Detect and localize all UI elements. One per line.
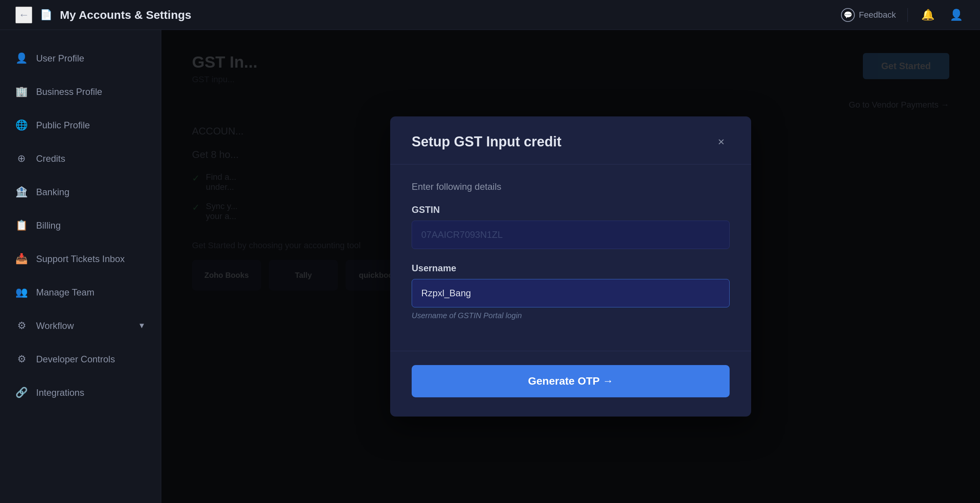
credits-icon: ⊕: [15, 153, 28, 164]
notification-button[interactable]: 🔔: [919, 7, 936, 23]
sidebar-label-banking: Banking: [36, 187, 70, 198]
sidebar: 👤 User Profile 🏢 Business Profile 🌐 Publ…: [0, 30, 161, 503]
sidebar-item-business-profile[interactable]: 🏢 Business Profile: [0, 75, 161, 108]
gstin-label: GSTIN: [412, 204, 730, 215]
bell-icon: 🔔: [921, 8, 935, 21]
modal-title: Setup GST Input credit: [412, 134, 561, 150]
user-profile-icon: 👤: [15, 52, 28, 64]
sidebar-item-workflow[interactable]: ⚙ Workflow ▼: [0, 309, 161, 342]
manage-team-icon: 👥: [15, 286, 28, 298]
modal-header: Setup GST Input credit ×: [390, 116, 751, 164]
sidebar-label-support-tickets: Support Tickets Inbox: [36, 254, 125, 264]
sidebar-item-manage-team[interactable]: 👥 Manage Team: [0, 276, 161, 309]
user-menu-button[interactable]: 👤: [948, 7, 965, 23]
sidebar-label-manage-team: Manage Team: [36, 287, 94, 298]
sidebar-item-public-profile[interactable]: 🌐 Public Profile: [0, 108, 161, 142]
back-icon: ←: [18, 9, 29, 21]
username-label: Username: [412, 263, 730, 274]
setup-gst-modal: Setup GST Input credit × Enter following…: [390, 116, 751, 417]
modal-footer: Generate OTP →: [390, 351, 751, 417]
sidebar-item-billing[interactable]: 📋 Billing: [0, 209, 161, 242]
workflow-icon: ⚙: [15, 320, 28, 332]
feedback-button[interactable]: 💬 Feedback: [841, 8, 896, 22]
username-input[interactable]: [412, 279, 730, 307]
support-tickets-icon: 📥: [15, 253, 28, 265]
sidebar-label-billing: Billing: [36, 220, 61, 231]
sidebar-item-user-profile[interactable]: 👤 User Profile: [0, 42, 161, 75]
modal-overlay: Setup GST Input credit × Enter following…: [161, 30, 980, 503]
gstin-input[interactable]: [412, 221, 730, 249]
sidebar-item-developer-controls[interactable]: ⚙ Developer Controls: [0, 342, 161, 376]
top-navigation: ← 📄 My Accounts & Settings 💬 Feedback 🔔 …: [0, 0, 980, 30]
developer-controls-icon: ⚙: [15, 353, 28, 365]
generate-otp-button[interactable]: Generate OTP →: [412, 365, 730, 397]
sidebar-label-workflow: Workflow: [36, 320, 74, 331]
sidebar-item-integrations[interactable]: 🔗 Integrations: [0, 376, 161, 409]
business-profile-icon: 🏢: [15, 86, 28, 98]
billing-icon: 📋: [15, 219, 28, 231]
sidebar-label-user-profile: User Profile: [36, 53, 84, 64]
layout: 👤 User Profile 🏢 Business Profile 🌐 Publ…: [0, 30, 980, 503]
username-form-group: Username Username of GSTIN Portal login: [412, 263, 730, 320]
gstin-form-group: GSTIN: [412, 204, 730, 249]
page-title: My Accounts & Settings: [60, 8, 833, 22]
feedback-label: Feedback: [859, 10, 896, 20]
main-content: GST In... GST inpu... Get Started Go to …: [161, 30, 980, 503]
public-profile-icon: 🌐: [15, 119, 28, 131]
banking-icon: 🏦: [15, 186, 28, 198]
workflow-chevron: ▼: [138, 321, 146, 330]
modal-section-title: Enter following details: [412, 181, 730, 192]
sidebar-item-credits[interactable]: ⊕ Credits: [0, 142, 161, 175]
back-button[interactable]: ←: [15, 7, 32, 23]
topnav-right: 💬 Feedback 🔔 👤: [841, 7, 965, 23]
modal-close-button[interactable]: ×: [713, 133, 730, 150]
sidebar-label-developer-controls: Developer Controls: [36, 354, 115, 365]
sidebar-label-public-profile: Public Profile: [36, 120, 90, 131]
sidebar-item-banking[interactable]: 🏦 Banking: [0, 175, 161, 209]
sidebar-item-support-tickets[interactable]: 📥 Support Tickets Inbox: [0, 242, 161, 276]
nav-icon: 📄: [40, 9, 52, 21]
modal-body: Enter following details GSTIN Username U…: [390, 164, 751, 351]
username-hint: Username of GSTIN Portal login: [412, 311, 730, 320]
user-icon: 👤: [950, 8, 963, 21]
sidebar-label-credits: Credits: [36, 153, 65, 164]
sidebar-label-integrations: Integrations: [36, 387, 84, 398]
sidebar-label-business-profile: Business Profile: [36, 86, 102, 97]
integrations-icon: 🔗: [15, 387, 28, 398]
nav-divider: [907, 8, 908, 22]
feedback-icon: 💬: [841, 8, 855, 22]
